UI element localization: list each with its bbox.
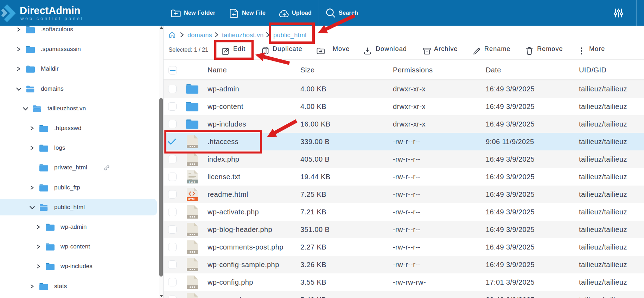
svg-text:HTML: HTML	[188, 198, 196, 201]
svg-text:TXT: TXT	[189, 180, 196, 183]
